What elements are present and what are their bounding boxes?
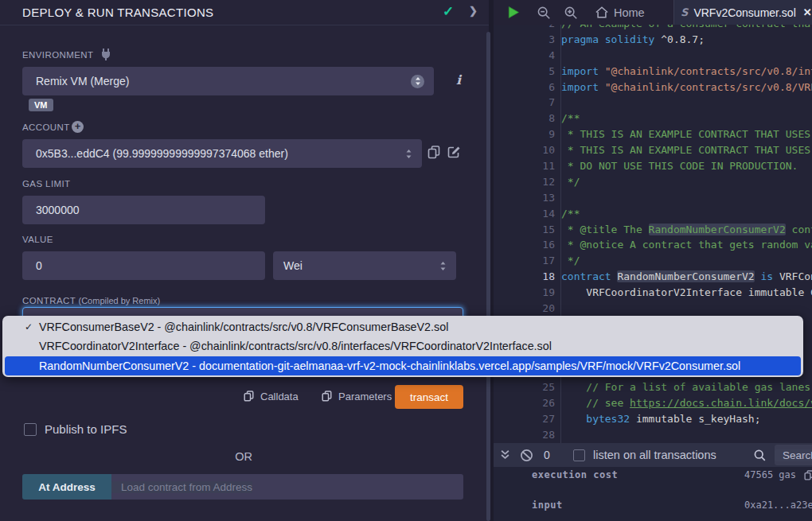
code-line[interactable]: 10 * THIS IS AN EXAMPLE CONTRACT THAT US… [494, 142, 812, 158]
terminal-clear-ban-icon[interactable] [520, 443, 533, 467]
close-tab-icon[interactable]: ✕ [803, 6, 812, 18]
line-source: // An example of a consumer contract tha… [555, 25, 812, 32]
code-line[interactable]: 9 * THIS IS AN EXAMPLE CONTRACT THAT USE… [494, 126, 812, 142]
environment-info-icon[interactable]: i [456, 72, 461, 87]
gas-limit-value: 3000000 [22, 204, 265, 216]
line-number: 17 [494, 253, 555, 269]
code-line[interactable]: 20 [494, 301, 812, 317]
code-line[interactable]: 5import "@chainlink/contracts/src/v0.8/i… [494, 64, 812, 80]
line-number: 13 [494, 190, 555, 206]
publish-ipfs-checkbox[interactable] [24, 423, 37, 436]
code-line[interactable]: 2// An example of a consumer contract th… [494, 25, 812, 32]
contract-option[interactable]: VRFCoordinatorV2Interface - @chainlink/c… [2, 336, 803, 356]
terminal-search-icon [753, 443, 767, 467]
panel-header: DEPLOY & RUN TRANSACTIONS ✓ ❯ [0, 0, 489, 25]
line-number: 8 [494, 111, 555, 126]
vm-badge: VM [29, 99, 53, 111]
terminal-row-label: execution cost [532, 469, 618, 480]
line-source: */ [555, 253, 580, 269]
copy-value-icon[interactable] [804, 470, 812, 481]
copy-account-icon[interactable] [427, 146, 440, 160]
account-label: ACCOUNT [22, 122, 70, 132]
contract-dropdown-list: ✓VRFConsumerBaseV2 - @chainlink/contract… [2, 316, 803, 377]
terminal-output[interactable]: execution cost47565 gasinput0xa21...a23e… [494, 467, 812, 521]
terminal-row-label: input [532, 500, 563, 511]
terminal-row-value: 47565 gas [744, 469, 796, 480]
terminal-row-value: 0xa21...a23e4 [744, 500, 812, 511]
contract-option[interactable]: ✓VRFConsumerBaseV2 - @chainlink/contract… [2, 317, 803, 336]
line-number: 27 [494, 411, 555, 427]
code-editor[interactable]: 2// An example of a consumer contract th… [494, 25, 812, 443]
panel-scrollbar[interactable] [486, 32, 490, 521]
code-line[interactable]: 14/** [494, 206, 812, 222]
line-number: 4 [494, 48, 555, 64]
terminal-search-placeholder: Search [775, 449, 812, 461]
zoom-in-icon[interactable] [564, 0, 578, 25]
add-account-plus-icon[interactable]: + [72, 121, 84, 133]
deploy-actions-row: Calldata Parameters transact [0, 385, 463, 409]
line-source: pragma solidity ^0.8.7; [555, 32, 705, 48]
copy-calldata-icon [244, 391, 254, 402]
line-source: * @notice A contract that gets random va… [555, 237, 812, 253]
selected-check-icon: ✓ [25, 317, 33, 336]
code-line[interactable]: 6import "@chainlink/contracts/src/v0.8/V… [494, 80, 812, 95]
line-number: 18 [494, 269, 555, 285]
contract-option-label: VRFCoordinatorV2Interface - @chainlink/c… [39, 336, 552, 356]
contract-option[interactable]: RandomNumberConsumerV2 - documentation-g… [5, 356, 801, 375]
calldata-action[interactable]: Calldata [244, 391, 299, 402]
environment-value: Remix VM (Merge) [22, 75, 411, 87]
value-unit: Wei [273, 259, 439, 272]
code-line[interactable]: 19 VRFCoordinatorV2Interface immutable C… [494, 285, 812, 301]
listen-all-checkbox[interactable] [573, 449, 585, 461]
line-number: 16 [494, 237, 555, 253]
code-line[interactable]: 18contract RandomNumberConsumerV2 is VRF… [494, 269, 812, 285]
environment-select[interactable]: Remix VM (Merge) [22, 67, 434, 95]
code-line[interactable]: 13 [494, 190, 812, 206]
code-line[interactable]: 16 * @notice A contract that gets random… [494, 237, 812, 253]
code-line[interactable]: 8/** [494, 111, 812, 126]
line-number: 28 [494, 427, 555, 443]
code-line[interactable]: 11 * DO NOT USE THIS CODE IN PRODUCTION. [494, 158, 812, 174]
collapse-panel-chevron-icon[interactable]: ❯ [469, 5, 478, 17]
active-tab-label: VRFv2Consumer.sol [693, 6, 795, 19]
at-address-button[interactable]: At Address [22, 474, 111, 500]
parameters-action[interactable]: Parameters [322, 391, 392, 402]
edit-account-icon[interactable] [447, 146, 461, 159]
contract-option-label: RandomNumberConsumerV2 - documentation-g… [39, 356, 740, 375]
panel-title: DEPLOY & RUN TRANSACTIONS [22, 6, 213, 19]
solidity-icon: S [681, 6, 688, 18]
at-address-input[interactable]: Load contract from Address [111, 474, 463, 500]
code-line[interactable]: 28 [494, 427, 812, 443]
zoom-out-icon[interactable] [537, 0, 551, 25]
home-icon [595, 6, 608, 18]
terminal-toolbar: 0 listen on all transactions Search [494, 443, 812, 467]
value-input[interactable]: 0 [22, 251, 265, 280]
code-line[interactable]: 4 [494, 48, 812, 64]
code-line[interactable]: 27 bytes32 immutable s_keyHash; [494, 411, 812, 427]
code-line[interactable]: 15 * @title The RandomNumberConsumerV2 c… [494, 222, 812, 238]
transact-button[interactable]: transact [395, 385, 463, 409]
terminal-expand-chevrons-icon[interactable] [500, 443, 510, 467]
code-line[interactable]: 17 */ [494, 253, 812, 269]
run-script-play-icon[interactable] [506, 0, 521, 25]
line-number: 26 [494, 395, 555, 411]
terminal-search-input[interactable]: Search [775, 445, 812, 465]
line-source: * THIS IS AN EXAMPLE CONTRACT THAT USES … [555, 142, 812, 158]
gas-limit-input[interactable]: 3000000 [22, 196, 265, 224]
gutter-divider [560, 25, 561, 443]
line-source: */ [555, 174, 580, 190]
code-line[interactable]: 3pragma solidity ^0.8.7; [494, 32, 812, 48]
account-select[interactable]: 0x5B3...eddC4 (99.99999999999997374068 e… [22, 139, 422, 168]
value-unit-select[interactable]: Wei [273, 251, 456, 280]
line-source: * THIS IS AN EXAMPLE CONTRACT THAT USES … [555, 126, 812, 142]
tab-vrfv2consumer[interactable]: S VRFv2Consumer.sol ✕ [673, 0, 812, 25]
line-source: * DO NOT USE THIS CODE IN PRODUCTION. [555, 158, 798, 174]
code-line[interactable]: 26 // see https://docs.chain.link/docs/v… [494, 395, 812, 411]
line-source: // For a list of available gas lanes on … [555, 379, 812, 395]
plug-icon [100, 48, 111, 60]
code-line[interactable]: 25 // For a list of available gas lanes … [494, 379, 812, 395]
tab-home[interactable]: Home [588, 0, 653, 25]
code-line[interactable]: 12 */ [494, 174, 812, 190]
code-line[interactable]: 7 [494, 95, 812, 111]
gas-limit-label: GAS LIMIT [22, 179, 70, 189]
